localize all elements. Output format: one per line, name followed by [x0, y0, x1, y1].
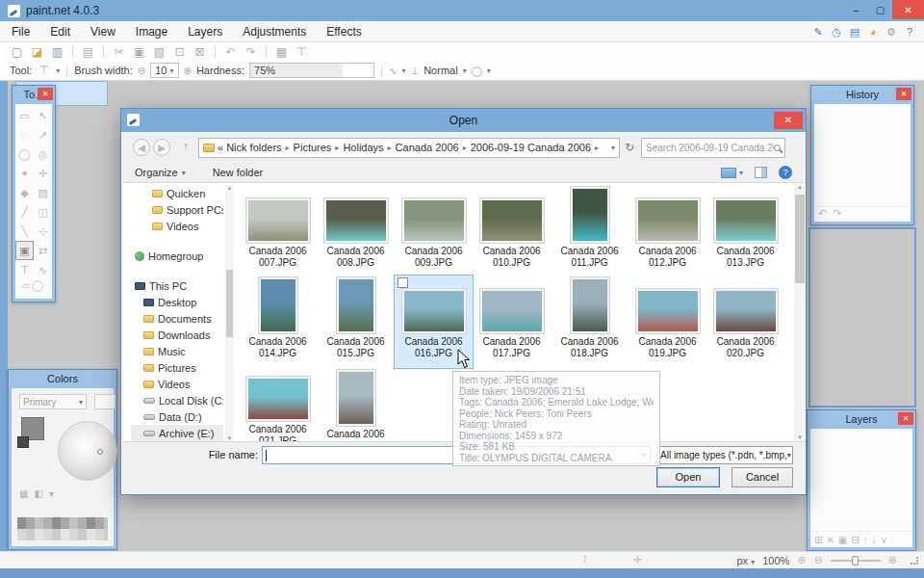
brush-width-decrease-icon[interactable]: ⊖	[138, 66, 145, 76]
more-colors-icon[interactable]: ▾	[49, 488, 54, 499]
paint-bucket-tool[interactable]: ◆	[15, 183, 34, 202]
tree-item-quicken[interactable]: Quicken	[131, 185, 223, 201]
scroll-up-icon[interactable]: ▲	[225, 185, 234, 191]
move-selected-pixels-tool[interactable]: ↖	[34, 106, 52, 125]
copy-icon[interactable]: ▣	[132, 45, 146, 59]
breadcrumb-item[interactable]: Canada 2006	[396, 142, 459, 153]
settings-icon[interactable]: ⚙	[885, 26, 898, 39]
tree-item-music[interactable]: Music	[131, 343, 223, 359]
paintbrush-tool[interactable]: ╱	[15, 202, 34, 222]
undo-icon[interactable]: ↶	[223, 45, 238, 59]
colors-window-icon[interactable]: ◕	[866, 26, 880, 38]
tree-item-videos[interactable]: Videos	[131, 376, 223, 392]
tree-item-videos[interactable]: Videos	[131, 218, 223, 234]
menu-edit[interactable]: Edit	[50, 25, 70, 39]
zoom-fit-icon[interactable]: ⊕	[797, 554, 806, 566]
selection-checkbox[interactable]	[398, 277, 408, 288]
save-icon[interactable]: ▥	[50, 45, 64, 59]
merge-layer-down-icon[interactable]: ⊟	[851, 535, 859, 545]
menu-adjustments[interactable]: Adjustments	[243, 25, 306, 39]
menu-image[interactable]: Image	[136, 25, 167, 39]
secondary-color-swatch[interactable]	[17, 436, 29, 448]
file-item-010-jpg[interactable]: Canada 2006010.JPG	[473, 185, 551, 274]
zoom-out-icon[interactable]: ⊖	[814, 554, 823, 566]
tree-item-pictures[interactable]: Pictures	[131, 359, 223, 376]
paste-icon[interactable]: ▧	[152, 45, 167, 59]
file-item-007-jpg[interactable]: Canada 2006007.JPG	[239, 185, 317, 274]
file-item-019-jpg[interactable]: Canada 2006019.JPG	[629, 276, 706, 368]
grid-icon[interactable]: ▦	[274, 45, 289, 59]
delete-layer-icon[interactable]: ✕	[826, 535, 834, 545]
file-item-011-jpg[interactable]: Canada 2006011.JPG	[551, 185, 629, 274]
scroll-down-icon[interactable]: ▼	[794, 434, 806, 440]
dialog-close-icon[interactable]: ✕	[774, 112, 803, 129]
file-item-017-jpg[interactable]: Canada 2006017.JPG	[473, 276, 551, 368]
palette-strip[interactable]	[17, 517, 108, 540]
text-tool[interactable]: T	[15, 260, 34, 279]
menu-layers[interactable]: Layers	[188, 25, 222, 39]
rectangle-select-tool[interactable]: ▭	[15, 106, 34, 125]
files-scrollbar[interactable]: ▲ ▼	[794, 183, 806, 441]
zoom-slider[interactable]	[831, 560, 881, 562]
file-item-013-jpg[interactable]: Canada 2006013.JPG	[706, 185, 784, 274]
zoom-in-icon[interactable]: ⊕	[888, 554, 897, 566]
units-select[interactable]: px ▾	[737, 555, 756, 566]
scroll-down-icon[interactable]: ▼	[225, 435, 234, 441]
file-item-021-jpg[interactable]: Canada 2006021.JPG	[239, 370, 317, 442]
tree-item-data-d-[interactable]: Data (D:)	[131, 408, 223, 425]
forward-icon[interactable]: ▶	[153, 139, 170, 156]
selection-chevron-icon[interactable]: ▾	[487, 66, 491, 75]
tree-item-virtualbox-f-[interactable]: VirtualBox (F:)	[131, 441, 223, 442]
file-item-018-jpg[interactable]: Canada 2006018.JPG	[551, 276, 629, 368]
tree-item-desktop[interactable]: Desktop	[131, 294, 223, 310]
file-item-015-jpg[interactable]: Canada 2006015.JPG	[317, 276, 395, 368]
menu-file[interactable]: File	[12, 25, 30, 39]
address-chevron-icon[interactable]: ▾	[611, 144, 615, 152]
menu-effects[interactable]: Effects	[326, 25, 361, 39]
ellipse-select-tool[interactable]: ◯	[15, 144, 34, 164]
colors-more-button[interactable]	[94, 394, 116, 409]
blend-chevron-icon[interactable]: ▾	[463, 66, 467, 75]
redo-icon[interactable]: ↷	[244, 45, 258, 59]
new-folder-button[interactable]: New folder	[213, 167, 264, 178]
pencil-tool[interactable]: ╲	[15, 222, 34, 241]
layer-properties-icon[interactable]: ⋎	[881, 535, 887, 545]
color-wheel[interactable]	[58, 421, 117, 481]
shapes-tool[interactable]: ▱◯	[15, 279, 52, 292]
pan-tool[interactable]: ✛	[34, 164, 52, 183]
tree-item-downloads[interactable]: Downloads	[131, 327, 223, 343]
color-mode-select[interactable]: Primary▾	[19, 394, 87, 409]
layers-window-icon[interactable]: ▤	[848, 26, 861, 39]
history-panel-close-icon[interactable]: ✕	[896, 88, 911, 100]
tool-chevron-icon[interactable]: ▾	[56, 66, 60, 75]
clone-stamp-tool[interactable]: ▣	[15, 241, 34, 260]
breadcrumb-item[interactable]: Holidays	[343, 142, 383, 153]
selection-mode-icon[interactable]: ◯	[472, 66, 482, 76]
color-swatch-icon[interactable]: ▦	[19, 488, 28, 499]
file-item-012-jpg[interactable]: Canada 2006012.JPG	[629, 185, 706, 274]
help-icon[interactable]: ?	[903, 26, 916, 38]
move-layer-up-icon[interactable]: ↑	[863, 535, 868, 545]
colors-panel-title[interactable]: Colors	[9, 370, 116, 387]
tree-scrollbar[interactable]: ▲ ▼	[225, 185, 234, 441]
tree-item-documents[interactable]: Documents	[131, 310, 223, 327]
brush-width-increase-icon[interactable]: ⊕	[184, 66, 192, 76]
move-layer-down-icon[interactable]: ↓	[872, 535, 877, 545]
hardness-slider[interactable]: 75%	[249, 63, 374, 78]
zoom-slider-thumb[interactable]	[852, 556, 859, 565]
file-item-020-jpg[interactable]: Canada 2006020.JPG	[706, 276, 784, 368]
add-layer-icon[interactable]: ⊞	[814, 535, 822, 545]
organize-button[interactable]: Organize▾	[135, 167, 186, 178]
zoom-tool[interactable]: ◎	[34, 144, 52, 164]
crop-icon[interactable]: ⊡	[172, 45, 187, 59]
preview-pane-icon[interactable]	[755, 167, 767, 178]
resize-grip[interactable]	[911, 557, 918, 565]
tree-scroll-thumb[interactable]	[226, 270, 233, 337]
palette-icon[interactable]: ◧	[34, 488, 42, 499]
maximize-button[interactable]: ▢	[868, 0, 892, 19]
cancel-button[interactable]: Cancel	[732, 467, 793, 487]
tree-item-this-pc[interactable]: This PC	[131, 277, 223, 294]
address-bar[interactable]: « Nick folders▸Pictures▸Holidays▸Canada …	[198, 138, 620, 158]
duplicate-layer-icon[interactable]: ▣	[838, 535, 847, 545]
breadcrumb-item[interactable]: Nick folders	[226, 142, 281, 153]
